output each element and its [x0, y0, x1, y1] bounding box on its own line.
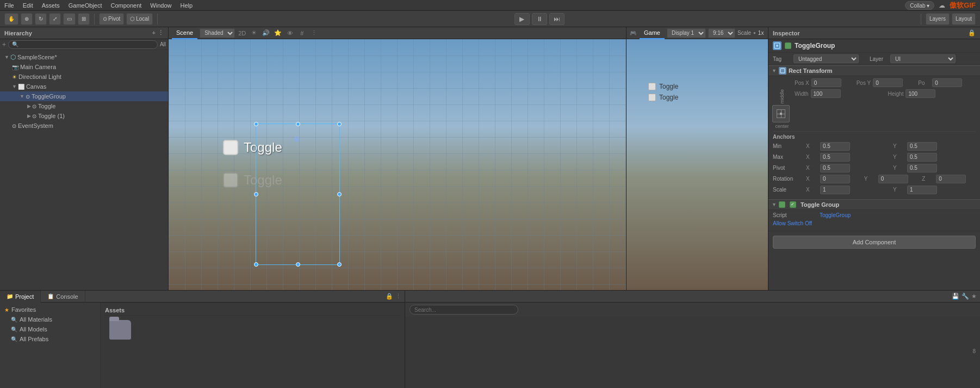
hierarchy-panel: Hierarchy + ⋮ + 🔍 All ▼ ⬡ SampleScene* — [0, 27, 169, 290]
hierarchy-all-btn[interactable]: All — [160, 41, 166, 47]
hierarchy-item-maincamera[interactable]: 📷 Main Camera — [0, 62, 168, 72]
menu-help[interactable]: Help — [180, 2, 193, 9]
2d-btn[interactable]: 2D — [237, 28, 247, 38]
menu-file[interactable]: File — [4, 2, 14, 9]
game-icon: 🎮 — [630, 30, 636, 36]
hand-tool-btn[interactable]: ✋ — [4, 13, 18, 25]
max-x-input[interactable] — [820, 153, 850, 162]
project-all-models[interactable]: 🔍 All Models — [0, 324, 100, 334]
menu-assets[interactable]: Assets — [42, 2, 60, 9]
samplescene-label: SampleScene* — [17, 54, 57, 60]
width-input[interactable] — [811, 89, 841, 98]
collab-button[interactable]: Collab ▾ — [905, 1, 934, 10]
save-btn[interactable]: 💾 — [952, 293, 959, 300]
scale-row: Scale X Y — [773, 186, 976, 194]
play-button[interactable]: ▶ — [514, 13, 530, 25]
max-y-axis: Y — [893, 154, 905, 160]
posy-input[interactable] — [873, 78, 903, 87]
hierarchy-item-toggle[interactable]: ▶ ⊙ Toggle — [0, 101, 168, 111]
rot-x-input[interactable] — [820, 175, 850, 183]
step-button[interactable]: ⏭ — [549, 13, 565, 25]
hierarchy-item-directionallight[interactable]: ☀ Directional Light — [0, 72, 168, 82]
star-filter-btn[interactable]: ★ — [971, 293, 977, 300]
scene-audio-btn[interactable]: 🔊 — [261, 28, 271, 38]
hierarchy-more-btn[interactable]: ⋮ — [158, 29, 164, 36]
game-resolution-dropdown[interactable]: 9:16 — [708, 28, 735, 38]
hierarchy-item-eventsystem[interactable]: ⊙ EventSystem — [0, 121, 168, 131]
hierarchy-search-input[interactable]: 🔍 — [8, 40, 158, 49]
hierarchy-add-btn[interactable]: + — [152, 29, 156, 36]
layout-btn[interactable]: Layout — [952, 13, 976, 25]
project-all-prefabs[interactable]: 🔍 All Prefabs — [0, 334, 100, 344]
asset-search-input[interactable] — [410, 305, 518, 315]
min-x-input[interactable] — [820, 142, 850, 151]
filter-btn[interactable]: 🔧 — [962, 293, 969, 300]
toggle-group-enabled-checkbox[interactable] — [779, 201, 785, 208]
scene-hidden-btn[interactable]: 👁 — [285, 28, 295, 38]
inspector-active-checkbox[interactable] — [785, 42, 791, 49]
min-y-input[interactable] — [907, 142, 937, 151]
menu-component[interactable]: Component — [110, 2, 141, 9]
hierarchy-item-samplescene[interactable]: ▼ ⬡ SampleScene* — [0, 52, 168, 62]
pivot-handle[interactable]: ⊕ — [294, 134, 300, 143]
scene-fx-btn[interactable]: ⭐ — [273, 28, 283, 38]
game-tab[interactable]: Game — [640, 27, 665, 39]
transform-tool-btn[interactable]: ⊞ — [78, 13, 90, 25]
hierarchy-item-toggle1[interactable]: ▶ ⊙ Toggle (1) — [0, 111, 168, 121]
layers-btn[interactable]: Layers — [926, 13, 950, 25]
project-all-materials[interactable]: 🔍 All Materials — [0, 315, 100, 324]
posz-input[interactable] — [932, 78, 962, 87]
local-global-btn[interactable]: ⬡ Local — [126, 13, 153, 25]
project-lock-btn[interactable]: 🔒 — [386, 293, 393, 300]
project-tab[interactable]: 📁 Project — [0, 291, 41, 303]
project-favorites[interactable]: ★ Favorites — [0, 305, 100, 315]
scene-grid-btn[interactable]: # — [297, 28, 307, 38]
menu-gameobject[interactable]: GameObject — [69, 2, 102, 9]
scene-light-btn[interactable]: ☀ — [249, 28, 259, 38]
tg-script-row: Script ToggleGroup — [773, 212, 976, 218]
tag-dropdown[interactable]: Untagged — [793, 54, 859, 63]
rt-middle-label: middle — [779, 89, 785, 104]
asset-folder-item[interactable] — [105, 320, 135, 340]
posx-axis: Pos X — [795, 80, 809, 86]
pivot-toggle-btn[interactable]: ⊙ Pivot — [99, 13, 124, 25]
scale-x-axis: X — [806, 187, 818, 193]
pause-button[interactable]: ⏸ — [532, 13, 547, 25]
console-tab[interactable]: 📋 Console — [41, 291, 85, 303]
game-display-dropdown[interactable]: Display 1 — [667, 28, 706, 38]
toggle-group-section-header[interactable]: ▼ ✓ Toggle Group — [768, 199, 980, 210]
max-y-input[interactable] — [907, 153, 937, 162]
hierarchy-item-togglegroup[interactable]: ▼ ⊙ ToggleGroup — [0, 91, 168, 101]
add-component-button[interactable]: Add Component — [773, 236, 976, 249]
scene-panel: Scene Shaded 2D ☀ 🔊 ⭐ 👁 # ⋮ — [169, 27, 627, 290]
pivot-y-input[interactable] — [907, 164, 937, 173]
inspector-lock-btn[interactable]: 🔒 — [968, 29, 976, 36]
toggle-group-title: Toggle Group — [801, 201, 839, 208]
scene-grid — [169, 39, 626, 290]
max-x-axis: X — [806, 154, 818, 160]
scene-tab[interactable]: Scene — [172, 27, 197, 39]
height-input[interactable] — [905, 89, 935, 98]
rotate-tool-btn[interactable]: ↻ — [35, 13, 47, 25]
scale-x-input[interactable] — [820, 186, 850, 194]
hierarchy-item-canvas[interactable]: ▼ ⬜ Canvas — [0, 82, 168, 91]
rect-tool-btn[interactable]: ▭ — [63, 13, 76, 25]
rot-z-input[interactable] — [936, 175, 966, 183]
tg-script-value[interactable]: ToggleGroup — [820, 212, 851, 218]
scale-y-input[interactable] — [907, 186, 937, 194]
scale-tool-btn[interactable]: ⤢ — [49, 13, 61, 25]
anchor-preset-btn[interactable] — [772, 105, 790, 122]
allow-switch-off-link[interactable]: Allow Switch Off — [773, 220, 812, 226]
pivot-x-input[interactable] — [820, 164, 850, 173]
menu-edit[interactable]: Edit — [23, 2, 33, 9]
project-more-btn[interactable]: ⋮ — [395, 293, 401, 300]
menu-window[interactable]: Window — [150, 2, 171, 9]
posx-input[interactable] — [811, 78, 841, 87]
shading-dropdown[interactable]: Shaded — [200, 28, 235, 38]
move-tool-btn[interactable]: ⊕ — [21, 13, 33, 25]
rect-transform-section-header[interactable]: ▼ Rect Transform — [768, 65, 980, 76]
rot-y-input[interactable] — [878, 175, 908, 183]
layer-dropdown[interactable]: UI — [890, 54, 956, 63]
scene-more-btn[interactable]: ⋮ — [309, 28, 319, 38]
hierarchy-add-small[interactable]: + — [2, 41, 6, 48]
